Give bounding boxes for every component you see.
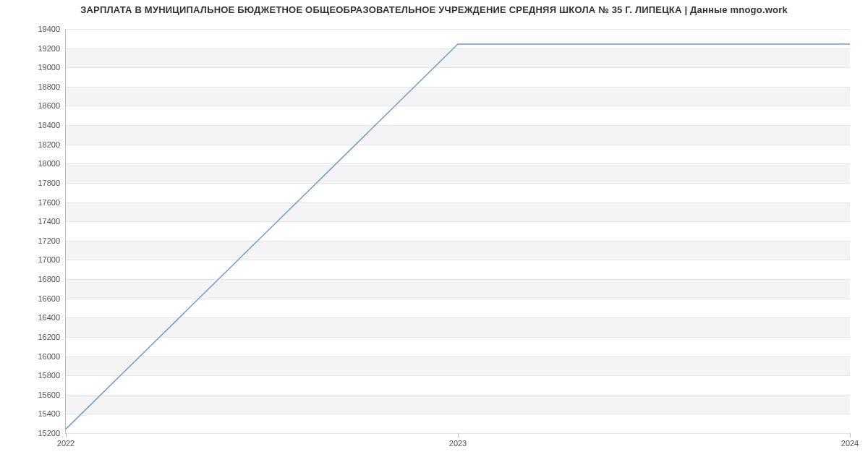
- y-tick-label: 16400: [38, 313, 60, 322]
- y-tick-label: 17600: [38, 198, 60, 207]
- y-tick-label: 19000: [38, 63, 60, 72]
- chart-title: ЗАРПЛАТА В МУНИЦИПАЛЬНОЕ БЮДЖЕТНОЕ ОБЩЕО…: [0, 4, 868, 15]
- x-tick-label: 2023: [449, 439, 467, 448]
- y-tick-label: 15600: [38, 390, 60, 399]
- x-tick-label: 2022: [57, 439, 75, 448]
- y-tick-label: 15800: [38, 371, 60, 380]
- y-tick-label: 18000: [38, 159, 60, 168]
- x-tick-label: 2024: [841, 439, 859, 448]
- y-tick-label: 17400: [38, 217, 60, 226]
- y-tick-label: 17800: [38, 179, 60, 187]
- y-tick-label: 15200: [38, 429, 60, 437]
- plot-area: 1520015400156001580016000162001640016600…: [65, 29, 850, 434]
- y-tick-label: 19400: [38, 25, 60, 33]
- salary-chart: ЗАРПЛАТА В МУНИЦИПАЛЬНОЕ БЮДЖЕТНОЕ ОБЩЕО…: [0, 0, 868, 470]
- y-tick-label: 17200: [38, 236, 60, 245]
- y-tick-label: 18200: [38, 140, 60, 149]
- x-tick: [850, 433, 851, 437]
- y-tick-label: 15400: [38, 409, 60, 418]
- y-tick-label: 16600: [38, 294, 60, 303]
- y-tick-label: 19200: [38, 44, 60, 53]
- y-tick-label: 18400: [38, 121, 60, 129]
- y-tick-label: 18800: [38, 82, 60, 91]
- x-tick: [66, 433, 67, 437]
- x-tick: [458, 433, 459, 437]
- line-series: [66, 29, 850, 433]
- y-tick-label: 16200: [38, 333, 60, 341]
- series-line: [66, 44, 850, 429]
- y-tick-label: 17000: [38, 255, 60, 264]
- y-tick-label: 18600: [38, 101, 60, 110]
- y-tick-label: 16800: [38, 275, 60, 283]
- y-tick-label: 16000: [38, 352, 60, 361]
